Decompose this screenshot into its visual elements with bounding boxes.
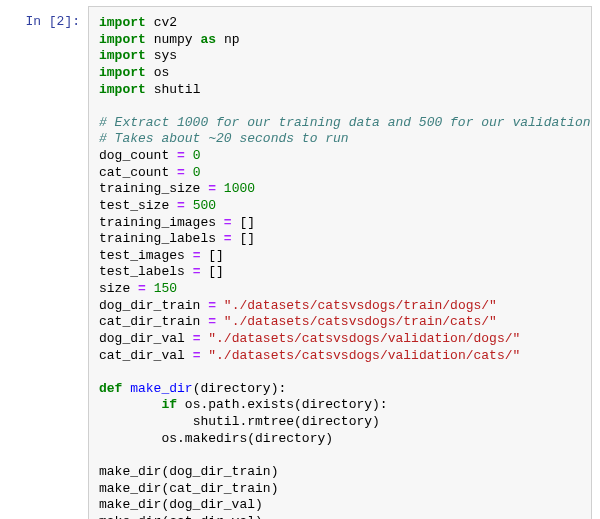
string-path-cats-val: "./datasets/catsvsdogs/validation/cats/" [208,348,520,363]
assign-op: = [208,181,216,196]
prompt-label: In [2]: [25,14,80,29]
call-makedirs: os.makedirs(directory) [161,431,333,446]
num-150: 150 [154,281,177,296]
function-params: (directory): [193,381,287,396]
assign-op: = [138,281,146,296]
var-cat-count: cat_count [99,165,177,180]
call-rmtree: shutil.rmtree(directory) [193,414,380,429]
keyword-import: import [99,48,146,63]
code-block: import cv2 import numpy as np import sys… [99,15,581,519]
num-1000: 1000 [224,181,255,196]
module-cv2: cv2 [154,15,177,30]
var-training-labels: training_labels [99,231,224,246]
assign-op: = [208,298,216,313]
code-input-area[interactable]: import cv2 import numpy as np import sys… [88,6,592,519]
function-name-make-dir: make_dir [130,381,192,396]
var-test-size: test_size [99,198,177,213]
input-prompt: In [2]: [8,6,88,31]
assign-op: = [208,314,216,329]
num-0: 0 [193,165,201,180]
notebook-cell: In [2]: import cv2 import numpy as np im… [0,0,600,519]
var-test-labels: test_labels [99,264,193,279]
keyword-as: as [200,32,216,47]
call-make-dir-2: make_dir(cat_dir_train) [99,481,278,496]
string-path-dogs-train: "./datasets/catsvsdogs/train/dogs/" [224,298,497,313]
keyword-if: if [161,397,177,412]
module-sys: sys [154,48,177,63]
num-500: 500 [193,198,216,213]
var-size: size [99,281,138,296]
var-test-images: test_images [99,248,193,263]
var-dog-count: dog_count [99,148,177,163]
call-make-dir-3: make_dir(dog_dir_val) [99,497,263,512]
var-cat-dir-val: cat_dir_val [99,348,193,363]
comment-line-1: # Extract 1000 for our training data and… [99,115,592,130]
module-os: os [154,65,170,80]
keyword-def: def [99,381,122,396]
var-training-size: training_size [99,181,208,196]
assign-op: = [224,215,232,230]
var-cat-dir-train: cat_dir_train [99,314,208,329]
var-training-images: training_images [99,215,224,230]
string-path-cats-train: "./datasets/catsvsdogs/train/cats/" [224,314,497,329]
assign-op: = [177,148,185,163]
if-condition: os.path.exists(directory): [177,397,388,412]
string-path-dogs-val: "./datasets/catsvsdogs/validation/dogs/" [208,331,520,346]
module-shutil: shutil [154,82,201,97]
keyword-import: import [99,82,146,97]
alias-np: np [224,32,240,47]
keyword-import: import [99,65,146,80]
var-dog-dir-train: dog_dir_train [99,298,208,313]
comment-line-2: # Takes about ~20 seconds to run [99,131,349,146]
assign-op: = [177,198,185,213]
call-make-dir-4: make_dir(cat_dir_val) [99,514,263,519]
call-make-dir-1: make_dir(dog_dir_train) [99,464,278,479]
module-numpy: numpy [154,32,193,47]
assign-op: = [177,165,185,180]
num-0: 0 [193,148,201,163]
var-dog-dir-val: dog_dir_val [99,331,193,346]
keyword-import: import [99,15,146,30]
assign-op: = [224,231,232,246]
keyword-import: import [99,32,146,47]
